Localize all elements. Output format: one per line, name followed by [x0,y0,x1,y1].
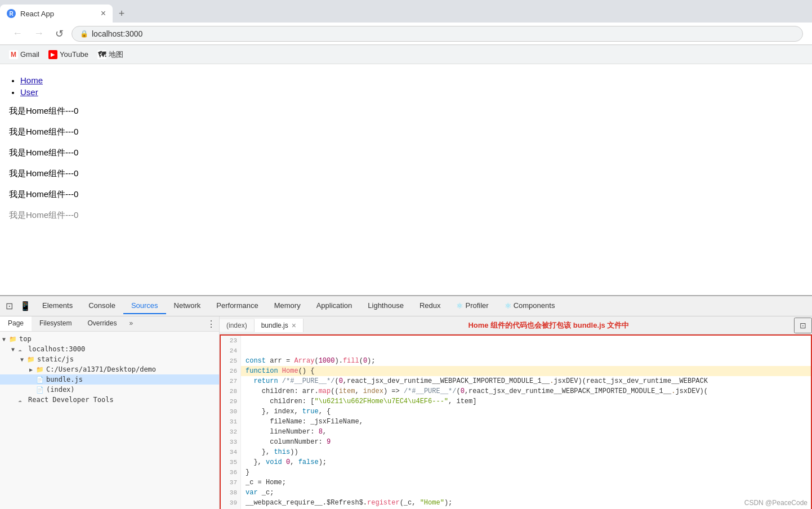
gmail-icon: M [9,50,18,59]
code-line-23 [241,336,811,346]
code-line-33: columnNumber: 9 [241,437,811,447]
tab-profiler[interactable]: ⚛Profiler [448,298,496,315]
editor-tab-bundlejs[interactable]: bundle.js × [255,319,304,332]
line-num-28: 28 [221,386,240,396]
cloud-icon-localhost: ☁ [18,346,27,353]
tree-item-index[interactable]: ▶ 📄 (index) [0,385,219,395]
code-line-35: }, void 0, false); [241,457,811,467]
sources-subtabs: Page Filesystem Overrides » ⋮ [0,316,219,332]
tree-item-localhost[interactable]: ▼ ☁ localhost:3000 [0,344,219,354]
code-line-37: _c = Home; [241,477,811,488]
bookmarks-bar: M Gmail ▶ YouTube 🗺 地图 [0,45,812,64]
tree-item-staticjs[interactable]: ▼ 📁 static/js [0,354,219,364]
line-num-25: 25 [221,356,240,366]
tab-redux[interactable]: Redux [412,298,449,314]
folder-icon: 📁 [9,336,18,343]
tab-close-button[interactable]: × [101,9,106,18]
subtab-menu: ⋮ [203,316,219,331]
lock-icon: 🔒 [80,30,88,38]
tab-console[interactable]: Console [81,298,123,314]
tree-item-top[interactable]: ▼ 📁 top [0,334,219,344]
content-line-5: 我是Home组件---0 [9,189,803,200]
tab-network[interactable]: Network [166,298,209,314]
nav-link-home[interactable]: Home [20,75,43,85]
line-num-33: 33 [221,437,240,447]
tree-label-bundlejs: bundle.js [46,376,83,383]
content-line-4: 我是Home组件---0 [9,168,803,179]
tab-performance[interactable]: Performance [208,298,266,314]
gmail-label: Gmail [20,50,39,59]
tab-bar: R React App × + [0,0,812,23]
code-view[interactable]: 23 24 25 26 27 28 29 30 31 32 33 34 35 3… [220,334,812,509]
browser-chrome: R React App × + ← → ↺ 🔒 localhost:3000 M… [0,0,812,64]
line-num-32: 32 [221,427,240,437]
tab-sources[interactable]: Sources [123,298,166,314]
subtab-overrides[interactable]: Overrides [79,316,124,331]
maps-label: 地图 [109,50,123,60]
tree-label-index: (index) [46,386,75,394]
subtab-more[interactable]: » [124,316,137,331]
devtools-tab-bar: ⊡ 📱 Elements Console Sources Network Per… [0,296,812,316]
nav-link-user[interactable]: User [20,87,38,97]
sources-main: (index) bundle.js × Home 组件的代码也会被打包该 bun… [220,316,812,509]
tree-arrow-staticjs: ▼ [20,356,27,363]
tab-application[interactable]: Application [309,298,360,314]
line-num-39: 39 [221,498,240,508]
tab-lighthouse[interactable]: Lighthouse [360,298,412,314]
tree-item-reactdevtools[interactable]: ▶ ☁ React Developer Tools [0,395,219,405]
tree-arrow-localhost: ▼ [11,346,18,352]
back-button[interactable]: ← [9,26,26,41]
line-numbers: 23 24 25 26 27 28 29 30 31 32 33 34 35 3… [221,336,241,509]
bookmark-maps[interactable]: 🗺 地图 [97,50,123,60]
tab-elements[interactable]: Elements [34,298,81,314]
line-num-24: 24 [221,346,240,356]
code-line-32: lineNumber: 8, [241,427,811,437]
tree-item-demo[interactable]: ▶ 📁 C:/Users/a1371/Desktop/demo [0,364,219,374]
subtab-menu-button[interactable]: ⋮ [203,318,219,331]
tree-item-bundlejs[interactable]: ▶ 📄 bundle.js [0,374,219,385]
watermark: CSDN @PeaceCode [744,499,807,507]
youtube-label: YouTube [60,50,88,59]
editor-tab-bundlejs-label: bundle.js [261,322,288,329]
content-line-6: 我是Home组件---0 [9,210,803,221]
tab-components[interactable]: ⚛Components [497,298,563,315]
code-lines: const arr = Array(1000).fill(0); functio… [241,336,811,509]
code-line-24 [241,346,811,356]
reload-button[interactable]: ↺ [52,26,67,41]
tree-label-reactdevtools: React Developer Tools [28,396,114,404]
devtools-body: Page Filesystem Overrides » ⋮ ▼ 📁 top [0,316,812,509]
url-input[interactable]: 🔒 localhost:3000 [72,26,803,42]
bookmark-gmail[interactable]: M Gmail [9,50,39,59]
browser-tab[interactable]: R React App × [0,5,113,23]
page-content: Home User 我是Home组件---0 我是Home组件---0 我是Ho… [0,64,812,295]
subtab-filesystem[interactable]: Filesystem [32,316,79,331]
new-tab-button[interactable]: + [113,5,131,23]
editor-collapse-button[interactable]: ⊡ [794,318,812,333]
devtools-device-button[interactable]: 📱 [16,298,34,314]
editor-tab-index-label: (index) [226,322,247,329]
line-num-35: 35 [221,457,240,467]
code-line-29: children: ["\u6211\u662FHome\u7EC4\u4EF6… [241,396,811,407]
tree-label-demo: C:/Users/a1371/Desktop/demo [46,365,156,373]
cloud-icon-reactdevtools: ☁ [18,396,27,404]
forward-button[interactable]: → [30,26,47,41]
tab-memory[interactable]: Memory [266,298,309,314]
line-num-36: 36 [221,467,240,477]
sources-sidebar: Page Filesystem Overrides » ⋮ ▼ 📁 top [0,316,220,509]
file-icon-bundlejs: 📄 [36,376,45,383]
bookmark-youtube[interactable]: ▶ YouTube [48,50,88,59]
address-bar: ← → ↺ 🔒 localhost:3000 [0,23,812,45]
editor-tab-close-button[interactable]: × [292,321,296,330]
editor-annotation: Home 组件的代码也会被打包该 bundle.js 文件中 [304,320,794,331]
line-num-27: 27 [221,376,240,386]
devtools-inspect-button[interactable]: ⊡ [2,298,16,314]
line-num-38: 38 [221,488,240,498]
tree-arrow-demo: ▶ [29,367,36,373]
folder-icon-staticjs: 📁 [27,356,36,363]
tree-label-top: top [19,335,32,343]
line-num-31: 31 [221,417,240,427]
editor-tab-index[interactable]: (index) [220,319,255,332]
page-nav: Home User [9,75,803,97]
subtab-page[interactable]: Page [0,316,32,331]
file-icon-index: 📄 [36,386,45,394]
